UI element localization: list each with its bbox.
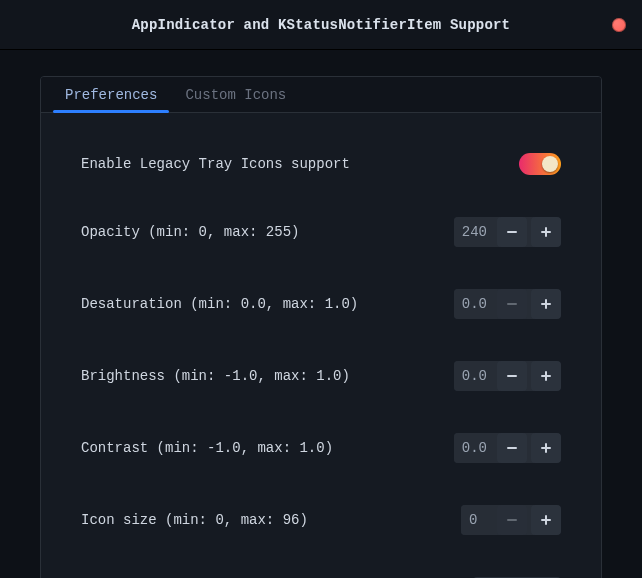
row-brightness: Brightness (min: -1.0, max: 1.0) 0.0 <box>81 361 561 391</box>
tab-label: Preferences <box>65 87 157 103</box>
brightness-increment-button[interactable] <box>531 361 561 391</box>
contrast-increment-button[interactable] <box>531 433 561 463</box>
brightness-decrement-button[interactable] <box>497 361 527 391</box>
desaturation-label: Desaturation (min: 0.0, max: 1.0) <box>81 296 358 312</box>
row-contrast: Contrast (min: -1.0, max: 1.0) 0.0 <box>81 433 561 463</box>
desaturation-stepper: 0.0 <box>454 289 561 319</box>
row-desaturation: Desaturation (min: 0.0, max: 1.0) 0.0 <box>81 289 561 319</box>
legacy-tray-toggle[interactable] <box>519 153 561 175</box>
plus-icon <box>540 442 552 454</box>
contrast-stepper: 0.0 <box>454 433 561 463</box>
plus-icon <box>540 514 552 526</box>
close-button[interactable] <box>612 18 626 32</box>
plus-icon <box>540 298 552 310</box>
desaturation-value[interactable]: 0.0 <box>454 289 493 319</box>
desaturation-increment-button[interactable] <box>531 289 561 319</box>
brightness-stepper: 0.0 <box>454 361 561 391</box>
contrast-value[interactable]: 0.0 <box>454 433 493 463</box>
plus-icon <box>540 370 552 382</box>
row-icon-size: Icon size (min: 0, max: 96) 0 <box>81 505 561 535</box>
icon-size-label: Icon size (min: 0, max: 96) <box>81 512 308 528</box>
minus-icon <box>506 514 518 526</box>
icon-size-stepper: 0 <box>461 505 561 535</box>
app-window: AppIndicator and KStatusNotifierItem Sup… <box>0 0 642 578</box>
minus-icon <box>506 226 518 238</box>
icon-size-increment-button[interactable] <box>531 505 561 535</box>
panel-body: Enable Legacy Tray Icons support Opacity… <box>41 113 601 578</box>
opacity-label: Opacity (min: 0, max: 255) <box>81 224 299 240</box>
icon-size-value[interactable]: 0 <box>461 505 493 535</box>
tab-custom-icons[interactable]: Custom Icons <box>171 77 300 112</box>
row-legacy-tray: Enable Legacy Tray Icons support <box>81 153 561 175</box>
legacy-tray-label: Enable Legacy Tray Icons support <box>81 156 350 172</box>
tab-preferences[interactable]: Preferences <box>51 77 171 112</box>
minus-icon <box>506 370 518 382</box>
titlebar: AppIndicator and KStatusNotifierItem Sup… <box>0 0 642 50</box>
content-area: Preferences Custom Icons Enable Legacy T… <box>0 50 642 578</box>
opacity-stepper: 240 <box>454 217 561 247</box>
opacity-increment-button[interactable] <box>531 217 561 247</box>
minus-icon <box>506 442 518 454</box>
plus-icon <box>540 226 552 238</box>
contrast-label: Contrast (min: -1.0, max: 1.0) <box>81 440 333 456</box>
tab-label: Custom Icons <box>185 87 286 103</box>
minus-icon <box>506 298 518 310</box>
row-opacity: Opacity (min: 0, max: 255) 240 <box>81 217 561 247</box>
brightness-label: Brightness (min: -1.0, max: 1.0) <box>81 368 350 384</box>
brightness-value[interactable]: 0.0 <box>454 361 493 391</box>
desaturation-decrement-button <box>497 289 527 319</box>
tab-bar: Preferences Custom Icons <box>41 77 601 113</box>
icon-size-decrement-button <box>497 505 527 535</box>
opacity-decrement-button[interactable] <box>497 217 527 247</box>
contrast-decrement-button[interactable] <box>497 433 527 463</box>
window-title: AppIndicator and KStatusNotifierItem Sup… <box>132 17 510 33</box>
opacity-value[interactable]: 240 <box>454 217 493 247</box>
preferences-panel: Preferences Custom Icons Enable Legacy T… <box>40 76 602 578</box>
toggle-knob <box>542 156 558 172</box>
